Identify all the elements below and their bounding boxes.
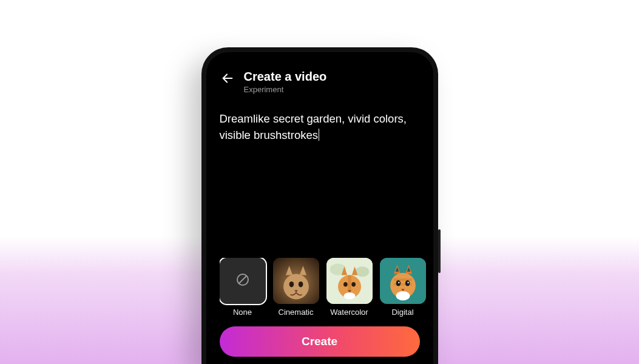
style-option-cinematic[interactable]: Cinematic — [273, 258, 319, 317]
page-title: Create a video — [244, 69, 327, 84]
style-thumb-cinematic — [273, 258, 319, 304]
header: Create a video Experiment — [220, 69, 420, 94]
arrow-left-icon — [221, 72, 234, 87]
style-label: Watercolor — [330, 308, 368, 317]
style-option-digital[interactable]: Digital — [380, 258, 426, 317]
create-button[interactable]: Create — [220, 326, 420, 357]
style-option-watercolor[interactable]: Watercolor — [326, 258, 373, 317]
style-label: Digital — [391, 308, 413, 317]
prohibit-icon — [235, 272, 250, 289]
svg-point-4 — [283, 274, 309, 300]
svg-point-20 — [398, 281, 399, 283]
style-thumb-digital — [380, 258, 426, 304]
prompt-input[interactable]: Dreamlike secret garden, vivid colors, v… — [220, 111, 420, 145]
svg-point-22 — [396, 291, 410, 300]
svg-point-11 — [343, 282, 348, 287]
style-label: None — [233, 308, 252, 317]
prompt-text: Dreamlike secret garden, vivid colors, v… — [220, 112, 407, 141]
cat-icon — [326, 258, 373, 304]
style-option-none[interactable]: None — [220, 258, 266, 317]
phone-screen: Create a video Experiment Dreamlike secr… — [201, 47, 438, 364]
svg-point-19 — [405, 280, 410, 286]
phone-frame: Create a video Experiment Dreamlike secr… — [201, 47, 438, 364]
svg-point-9 — [355, 266, 369, 277]
cat-icon — [380, 258, 426, 304]
svg-line-2 — [239, 276, 246, 283]
back-button[interactable] — [220, 72, 235, 87]
svg-point-6 — [298, 281, 303, 288]
svg-point-18 — [396, 280, 401, 286]
cat-icon — [273, 258, 319, 304]
style-label: Cinematic — [279, 308, 314, 317]
svg-point-12 — [351, 282, 356, 287]
svg-point-5 — [289, 281, 294, 288]
phone-side-button — [438, 229, 441, 273]
svg-rect-16 — [393, 278, 411, 281]
page-subtitle: Experiment — [244, 85, 327, 94]
style-selector[interactable]: None — [220, 258, 433, 317]
svg-point-21 — [407, 281, 408, 283]
style-thumb-watercolor — [326, 258, 373, 304]
style-thumb-none — [220, 258, 266, 304]
header-titles: Create a video Experiment — [244, 69, 327, 94]
text-caret-icon — [319, 129, 320, 141]
svg-point-13 — [343, 292, 355, 299]
create-button-label: Create — [302, 335, 337, 348]
